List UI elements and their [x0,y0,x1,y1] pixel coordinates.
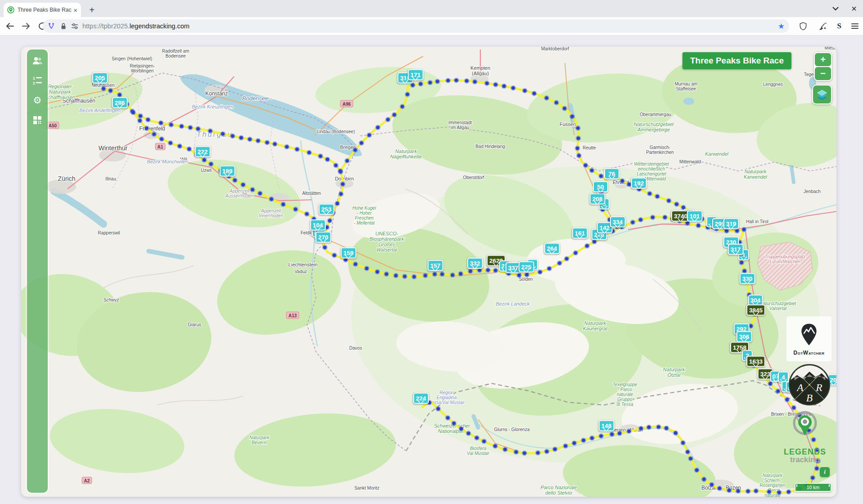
cleaner-broom-icon[interactable] [818,21,827,31]
arb-letter-a: A [796,382,804,393]
rider-marker[interactable]: 101 [687,211,703,222]
tab-list-chevron-icon[interactable] [832,7,839,11]
map-container[interactable]: SchaffhausenNeuhausenSingen (Hohentwiel)… [21,47,836,497]
rider-marker[interactable]: 192 [631,178,647,189]
sidebar-settings-button[interactable]: ⚙ [31,94,44,106]
sidebar-grid-button[interactable] [31,114,44,126]
rider-marker[interactable]: 104 [310,220,326,231]
rider-marker[interactable]: 222 [195,146,211,158]
back-button[interactable] [5,21,15,32]
window-close-icon[interactable]: × [851,4,857,13]
rider-marker[interactable]: 264 [544,243,560,254]
menu-hamburger-icon[interactable] [851,23,858,29]
map-sidebar: 1 2 ⚙ [27,50,48,493]
numbered-list-icon: 1 2 [32,76,43,86]
rider-marker[interactable]: 332 [467,258,483,269]
rider-marker[interactable]: 253 [319,204,334,215]
dotwatcher-label: DotWatcher [794,350,825,356]
tab-title: Three Peaks Bike Race - [18,7,72,13]
new-tab-button[interactable]: + [86,4,98,16]
arb-letter-b: B [806,392,813,404]
rider-marker[interactable]: 157 [428,260,443,271]
zoom-in-button[interactable]: + [815,53,831,66]
scale-label: 10 km [807,485,820,490]
bookmark-star-icon[interactable]: ★ [778,22,785,31]
users-icon [32,56,43,66]
sidebar-riders-button[interactable] [31,55,44,67]
url-bar[interactable]: https://tpbr2025.legendstracking.com ★ [43,19,789,33]
url-scheme: https://tpbr2025. [82,22,130,30]
rider-markers-layer: 2052862221892531042701591573322629273372… [21,47,836,497]
rider-marker[interactable]: 161 [572,228,588,239]
extension-fork-icon[interactable] [47,22,55,30]
tab-favicon-map-pin-icon [7,6,14,14]
rider-marker[interactable]: 76 [604,168,619,180]
grid-icon [32,115,42,125]
race-title-banner: Three Peaks Bike Race [682,52,791,69]
rider-marker[interactable]: 317 [728,244,744,255]
lock-icon[interactable] [60,22,67,30]
rider-marker[interactable]: 3845 [746,305,765,316]
arb-logo[interactable]: A R B [788,364,831,406]
gear-icon: ⚙ [33,95,42,106]
svg-text:1: 1 [33,76,35,81]
legends-pin-icon [791,410,819,441]
map-scale-bar: 10 km [795,483,831,492]
tab-close-icon[interactable]: × [73,7,77,14]
zoom-out-button[interactable]: − [815,67,831,80]
map-zoom-control: + − [814,52,832,81]
rider-marker[interactable]: 319 [723,218,739,230]
layers-button[interactable] [812,85,832,104]
rider-marker[interactable]: 1633 [746,356,765,367]
svg-text:2: 2 [33,81,35,86]
browser-tab[interactable]: Three Peaks Bike Race - × [4,3,81,17]
layers-icon [815,88,829,101]
rider-marker[interactable]: 225 [519,261,534,273]
legends-label-bottom: tracking [773,455,836,464]
rider-marker[interactable]: 148 [599,420,614,432]
dotwatcher-logo[interactable]: DotWatcher [786,316,831,361]
rider-marker[interactable]: 189 [220,166,235,177]
forward-button[interactable] [21,21,32,32]
rider-marker[interactable]: 286 [112,97,128,108]
rider-marker[interactable]: 171 [408,69,424,81]
url-text[interactable]: https://tpbr2025.legendstracking.com [82,22,190,30]
rider-marker[interactable]: 270 [316,232,331,243]
rider-marker[interactable]: 159 [341,248,357,259]
rider-marker[interactable]: 50 [593,181,608,193]
browser-toolbar: https://tpbr2025.legendstracking.com ★ S [0,17,863,36]
browser-tab-strip: Three Peaks Bike Race - × + × [0,0,863,17]
arb-letter-r: R [815,382,822,393]
dotwatcher-pin-icon [797,322,821,349]
s-extension-icon[interactable]: S [837,22,841,31]
tune-icon[interactable] [71,22,79,30]
shield-extension-icon[interactable] [799,21,808,31]
rider-marker[interactable]: 224 [413,393,429,404]
rider-marker[interactable]: 306 [736,331,752,342]
rider-marker[interactable]: 205 [92,72,108,84]
rider-marker[interactable]: 330 [740,273,755,284]
url-domain: legendstracking.com [130,22,190,30]
sidebar-ranking-button[interactable]: 1 2 [31,75,44,86]
map-info-button[interactable]: i [820,467,830,477]
rider-marker[interactable]: 334 [610,216,626,228]
